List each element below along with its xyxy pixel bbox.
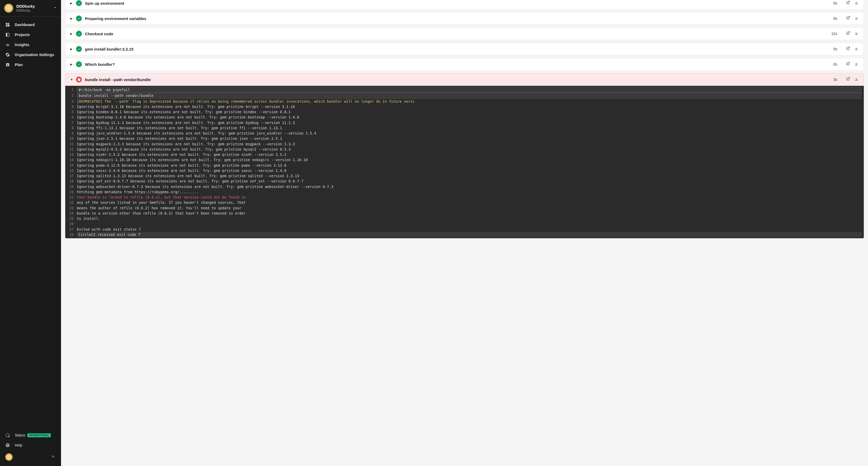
download-button[interactable] [850,31,859,37]
svg-text:?: ? [7,444,8,447]
download-button[interactable] [850,77,859,82]
log-line: 21Your bundle is locked to refile (0.6.2… [65,195,864,200]
step-bundle-install[interactable]: ▼bundle install --path vendor/bundle3s [65,73,864,86]
sidebar-item-label: Organization Settings [15,53,54,57]
log-text: any of the sources listed in your Gemfil… [77,200,862,205]
log-line: 2bundle install --path vendor/bundle [65,93,864,98]
step-env-vars[interactable]: ▶Preparing environment variables0s [65,12,864,25]
org-sub: DDDlucky [16,9,53,12]
open-external-button[interactable] [842,31,850,37]
line-number: 22 [67,200,77,205]
log-text: [DEPRECATED] The `--path` flag is deprec… [77,99,862,104]
line-number: 1 [67,87,77,93]
line-number: 2 [67,93,77,98]
log-text: Ignoring bindex-0.8.1 because its extens… [77,109,862,115]
caret-right-icon[interactable]: ▶ [70,48,73,51]
sidebar-item-insights[interactable]: Insights [0,40,61,50]
caret-right-icon[interactable]: ▶ [70,17,73,20]
open-external-button[interactable] [842,0,850,6]
status-link[interactable]: Status OPERATIONAL [0,430,61,440]
caret-right-icon[interactable]: ▶ [70,32,73,35]
org-switcher[interactable]: DDDlucky DDDlucky [0,0,61,17]
line-number: 10 [67,136,77,141]
sidebar-nav: Dashboard Projects Insights Organization… [0,17,61,428]
log-line: 25to install. [65,216,864,221]
log-line: 24bundle to a version other than refile … [65,211,864,216]
sidebar-item-projects[interactable]: Projects [0,30,61,40]
download-button[interactable] [850,16,859,21]
log-text [77,221,862,226]
step-label: gem install bundler:2.2.15 [85,47,829,51]
log-text: Exited with code exit status 7 [77,227,862,232]
success-icon [76,16,82,21]
log-text: bundle to a version other than refile (0… [77,211,862,216]
line-number: 7 [67,120,77,125]
log-text: Ignoring mysql2-0.5.3 because its extens… [77,147,862,152]
line-number: 12 [67,147,77,152]
step-time: 0s [829,62,837,66]
log-line: 6Ignoring bootsnap-1.4.8 because its ext… [65,115,864,120]
line-number: 3 [67,99,77,104]
line-number: 18 [67,178,77,184]
log-text: Your bundle is locked to refile (0.6.2),… [77,195,862,200]
step-label: Spin up environment [85,1,829,5]
help-link[interactable]: ? Help [0,440,61,450]
log-line: 18Ignoring unf_ext-0.0.7.7 because its e… [65,178,864,184]
log-line: 19Ignoring websocket-driver-0.7.3 becaus… [65,184,864,189]
download-button[interactable] [850,46,859,52]
line-number: 27 [67,227,77,232]
line-number: 17 [67,173,77,178]
open-external-button[interactable] [842,16,850,21]
log-line: 3[DEPRECATED] The `--path` flag is depre… [65,99,864,104]
line-number: 15 [67,163,77,168]
log-line: 15Ignoring puma-3.12.6 because its exten… [65,163,864,168]
step-checkout[interactable]: ▶Checkout code12s [65,27,864,40]
step-time: 3s [829,78,837,82]
success-icon [76,31,82,37]
log-line: 8Ignoring ffi-1.13.1 because its extensi… [65,125,864,130]
plan-icon: $ [5,62,10,67]
log-line: 16Ignoring sassc-2.4.0 because its exten… [65,168,864,173]
caret-down-icon[interactable]: ▼ [70,78,73,81]
projects-icon [5,32,10,37]
sidebar-footer: Status OPERATIONAL ? Help [0,428,61,466]
sidebar-item-label: Insights [15,42,29,47]
log-line: 17Ignoring sqlite3-1.3.13 because its ex… [65,173,864,178]
org-avatar-icon [4,4,13,12]
status-badge: OPERATIONAL [27,433,51,437]
caret-right-icon[interactable]: ▶ [70,63,73,66]
line-number: 8 [67,125,77,130]
line-number: 16 [67,168,77,173]
svg-text:$: $ [7,64,8,66]
log-line: 27Exited with code exit status 7 [65,227,864,232]
log-text: CircleCI received exit code 7 [77,232,862,237]
line-number: 26 [67,221,77,226]
log-text: to install. [77,216,862,221]
log-line: 14Ignoring nokogiri-1.10.10 because its … [65,157,864,163]
sidebar-item-dashboard[interactable]: Dashboard [0,20,61,30]
step-which-bundler[interactable]: ▶Which bundler?0s [65,58,864,70]
sidebar-item-label: Dashboard [15,23,35,27]
download-button[interactable] [850,0,859,6]
error-icon [76,77,82,82]
collapse-sidebar-button[interactable] [52,455,56,460]
log-line: 23means the author of refile (0.6.2) has… [65,205,864,211]
open-external-button[interactable] [842,77,850,82]
step-gem-install[interactable]: ▶gem install bundler:2.2.150s [65,42,864,55]
line-number: 14 [67,157,77,163]
caret-right-icon[interactable]: ▶ [70,2,73,5]
open-external-button[interactable] [842,46,850,52]
step-spin-up[interactable]: ▶Spin up environment0s [65,0,864,9]
sidebar-item-org-settings[interactable]: Organization Settings [0,50,61,60]
sidebar-item-label: Plan [15,63,23,67]
step-label: bundle install --path vendor/bundle [85,78,829,82]
log-text: Ignoring bootsnap-1.4.8 because its exte… [77,115,862,120]
terminal-output: 1#!/bin/bash -eo pipefail2bundle install… [65,86,864,238]
sidebar-item-plan[interactable]: $ Plan [0,60,61,70]
line-number: 4 [67,104,77,109]
success-icon [76,0,82,6]
download-button[interactable] [850,61,859,67]
open-external-button[interactable] [842,61,850,67]
user-avatar-icon[interactable] [5,454,12,461]
line-number: 20 [67,189,77,195]
